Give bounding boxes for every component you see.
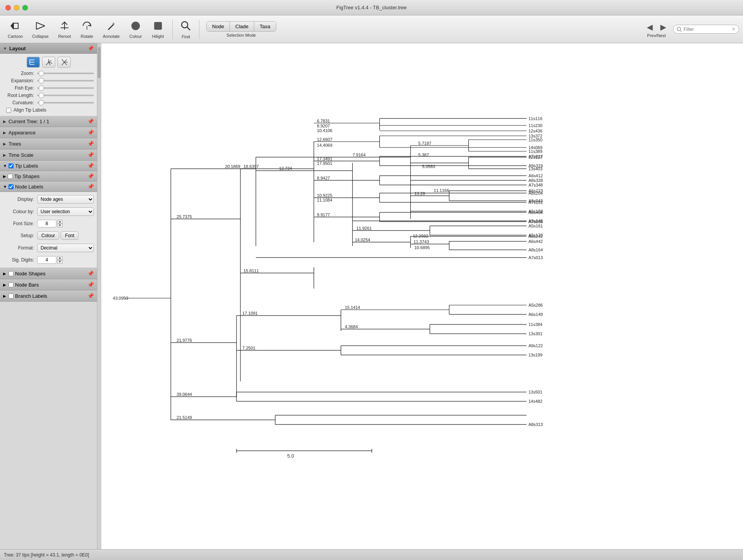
current-tree-pin-icon[interactable]: 📌 — [87, 118, 94, 124]
colour-by-select[interactable]: User selection — [37, 207, 94, 216]
setup-font-button[interactable]: Font — [61, 231, 78, 240]
filter-input[interactable] — [683, 27, 730, 32]
layout-pin-icon[interactable]: 📌 — [87, 45, 94, 51]
svg-text:12.2932: 12.2932 — [413, 234, 428, 238]
colour-tool[interactable]: Colour — [125, 19, 146, 40]
tree-svg: .node-lbl { font-size: 11px; fill: #222;… — [101, 43, 743, 549]
vertical-scrollbar[interactable] — [97, 43, 101, 549]
time-scale-section[interactable]: ▶ Time Scale 📌 — [0, 149, 97, 161]
svg-text:14s069: 14s069 — [529, 145, 542, 150]
hilight-tool[interactable]: Hilight — [148, 19, 168, 40]
node-selection-button[interactable]: Node — [207, 22, 230, 31]
tip-shapes-checkbox[interactable] — [8, 174, 13, 179]
branch-labels-section[interactable]: ▶ Branch Labels 📌 — [0, 290, 97, 302]
zoom-slider[interactable] — [37, 73, 94, 74]
tip-labels-section-header[interactable]: ▼ Tip Labels 📌 — [0, 161, 97, 171]
layout-rectangular-button[interactable] — [27, 57, 40, 68]
sig-digits-label: Sig. Digits: — [3, 257, 34, 263]
appearance-section[interactable]: ▶ Appearance 📌 — [0, 127, 97, 138]
collapse-label: Collapse — [32, 34, 49, 39]
align-tip-labels-row: Align Tip Labels — [6, 107, 94, 113]
node-bars-arrow-icon: ▶ — [3, 283, 6, 287]
svg-text:12.724: 12.724 — [279, 166, 292, 171]
svg-text:14.0254: 14.0254 — [355, 238, 370, 242]
display-select[interactable]: Node ages — [37, 195, 94, 204]
window-controls[interactable] — [5, 5, 28, 10]
expansion-slider[interactable] — [37, 80, 94, 81]
tip-shapes-section-header[interactable]: ▶ Tip Shapes 📌 — [0, 171, 97, 182]
branch-labels-checkbox[interactable] — [9, 294, 14, 299]
node-bars-section[interactable]: ▶ Node Bars 📌 — [0, 279, 97, 290]
trees-section[interactable]: ▶ Trees 📌 — [0, 138, 97, 149]
font-size-increment-button[interactable]: ▲ — [57, 220, 63, 224]
node-labels-section-header[interactable]: ▼ Node Labels 📌 — [0, 182, 97, 192]
node-shapes-arrow-icon: ▶ — [3, 272, 6, 276]
svg-text:9.9177: 9.9177 — [317, 212, 330, 217]
svg-line-13 — [680, 30, 682, 32]
clade-selection-button[interactable]: Clade — [230, 22, 254, 31]
svg-text:A7s181: A7s181 — [529, 200, 543, 205]
time-scale-pin-icon[interactable]: 📌 — [87, 152, 94, 158]
collapse-tool[interactable]: Collapse — [28, 19, 53, 40]
sig-digits-input[interactable] — [37, 256, 56, 264]
rotate-tool[interactable]: Rotate — [77, 19, 97, 40]
annotate-tool[interactable]: Annotate — [99, 19, 124, 40]
tip-labels-checkbox[interactable] — [9, 163, 14, 168]
display-label: Display: — [3, 197, 34, 202]
tip-labels-pin-icon[interactable]: 📌 — [87, 163, 94, 169]
setup-colour-button[interactable]: Colour — [37, 231, 59, 240]
node-bars-pin-icon[interactable]: 📌 — [87, 282, 94, 288]
sig-digits-stepper-buttons: ▲ ▼ — [57, 256, 63, 264]
format-select[interactable]: Decimal — [37, 244, 94, 252]
branch-labels-pin-icon[interactable]: 📌 — [87, 293, 94, 299]
align-tip-labels-checkbox[interactable] — [6, 108, 11, 113]
appearance-arrow-icon: ▶ — [3, 131, 6, 135]
minimize-button[interactable] — [14, 5, 19, 10]
close-button[interactable] — [5, 5, 11, 10]
rotate-label: Rotate — [81, 34, 93, 39]
sig-digits-increment-button[interactable]: ▲ — [57, 256, 63, 260]
trees-pin-icon[interactable]: 📌 — [87, 141, 94, 147]
svg-text:15.1414: 15.1414 — [345, 305, 360, 310]
svg-text:21.5149: 21.5149 — [177, 415, 192, 420]
font-size-decrement-button[interactable]: ▼ — [57, 224, 63, 227]
node-shapes-pin-icon[interactable]: 📌 — [87, 270, 94, 277]
cartoon-label: Cartoon — [8, 34, 23, 39]
tree-canvas[interactable]: .node-lbl { font-size: 11px; fill: #222;… — [97, 43, 743, 549]
node-labels-checkbox[interactable] — [9, 184, 14, 189]
next-button[interactable]: ▶ — [657, 21, 669, 33]
node-labels-pin-icon[interactable]: 📌 — [87, 183, 94, 190]
selection-mode-buttons: Node Clade Taxa — [206, 21, 276, 32]
fisheye-slider[interactable] — [37, 87, 94, 89]
layout-section-content: Zoom: Expansion: Fish Eye: Root Length: — [0, 54, 97, 116]
prev-button[interactable]: ◀ — [644, 21, 656, 33]
reroot-tool[interactable]: Reroot — [54, 19, 75, 40]
cartoon-tool[interactable]: Cartoon — [4, 19, 27, 40]
layout-section-header[interactable]: ▼ Layout 📌 — [0, 43, 97, 54]
cartoon-icon — [10, 20, 21, 33]
node-shapes-checkbox[interactable] — [9, 271, 14, 276]
appearance-pin-icon[interactable]: 📌 — [87, 129, 94, 136]
maximize-button[interactable] — [22, 5, 28, 10]
taxa-selection-button[interactable]: Taxa — [254, 22, 275, 31]
filter-box[interactable]: ✕ — [673, 25, 739, 34]
tip-shapes-pin-icon[interactable]: 📌 — [87, 173, 94, 179]
node-bars-checkbox[interactable] — [9, 282, 14, 287]
layout-polar-button[interactable] — [58, 57, 71, 68]
svg-text:7.2501: 7.2501 — [242, 346, 255, 350]
font-size-input[interactable] — [37, 220, 56, 227]
filter-clear-icon[interactable]: ✕ — [731, 26, 736, 32]
current-tree-section[interactable]: ▶ Current Tree: 1 / 1 📌 — [0, 116, 97, 127]
sig-digits-decrement-button[interactable]: ▼ — [57, 260, 63, 264]
annotate-icon — [105, 20, 117, 33]
layout-radial-button[interactable] — [42, 57, 55, 68]
root-length-slider[interactable] — [37, 95, 94, 96]
find-tool[interactable]: Find — [180, 20, 192, 39]
svg-text:11.3743: 11.3743 — [413, 239, 429, 244]
curvature-row: Curvature: — [3, 100, 94, 105]
window-title: FigTree v1.4.4 - TB_cluster.tree — [336, 5, 406, 10]
svg-text:17.9501: 17.9501 — [317, 161, 332, 166]
curvature-slider[interactable] — [37, 102, 94, 104]
align-tip-labels-label: Align Tip Labels — [14, 107, 46, 113]
node-shapes-section[interactable]: ▶ Node Shapes 📌 — [0, 268, 97, 279]
